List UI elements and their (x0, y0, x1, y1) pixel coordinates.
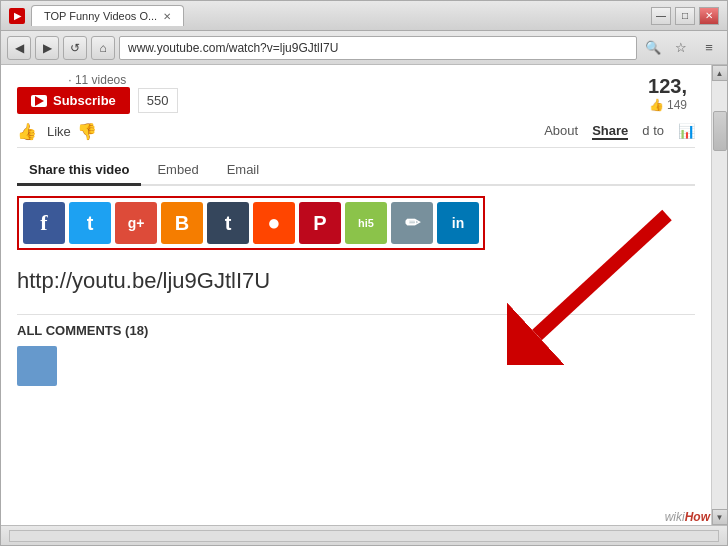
page-content: · 11 videos Subscribe 550 123, 👍 149 (1, 65, 727, 525)
navigation-bar: ◀ ▶ ↺ ⌂ www.youtube.com/watch?v=lju9GJtl… (1, 31, 727, 65)
title-bar: ▶ TOP Funny Videos O... ✕ — □ ✕ (1, 1, 727, 31)
scroll-up-button[interactable]: ▲ (712, 65, 728, 81)
subscribe-area: Subscribe 550 (17, 87, 178, 114)
action-links: About Share d to 📊 (544, 123, 695, 140)
star-icon[interactable]: ☆ (669, 36, 693, 60)
wikihow-watermark: wikiHow (665, 510, 710, 524)
edit-icon[interactable]: ✏ (391, 202, 433, 244)
subscribe-button[interactable]: Subscribe (17, 87, 130, 114)
scroll-track-vertical[interactable] (712, 81, 728, 509)
social-icons-row: f t g+ B t ● P hi5 ✏ in (17, 196, 485, 250)
share-link[interactable]: Share (592, 123, 628, 140)
back-button[interactable]: ◀ (7, 36, 31, 60)
status-bar (1, 525, 727, 545)
close-button[interactable]: ✕ (699, 7, 719, 25)
view-count: 123, (648, 75, 687, 98)
email-tab[interactable]: Email (215, 156, 272, 184)
youtube-icon (31, 95, 47, 107)
progress-bar (9, 530, 719, 542)
share-this-video-tab[interactable]: Share this video (17, 156, 141, 186)
comments-section: ALL COMMENTS (18) (17, 314, 695, 390)
address-bar[interactable]: www.youtube.com/watch?v=lju9GJtlI7U (119, 36, 637, 60)
google-plus-icon[interactable]: g+ (115, 202, 157, 244)
blogger-icon[interactable]: B (161, 202, 203, 244)
nav-right-icons: 🔍 ☆ ≡ (641, 36, 721, 60)
tab-close-button[interactable]: ✕ (163, 11, 171, 22)
comment-avatar (17, 346, 695, 390)
subscribe-label: Subscribe (53, 93, 116, 108)
tab-label: TOP Funny Videos O... (44, 10, 157, 22)
vertical-scrollbar[interactable]: ▲ ▼ (711, 65, 727, 525)
search-icon[interactable]: 🔍 (641, 36, 665, 60)
add-to-link[interactable]: d to (642, 123, 664, 140)
forward-button[interactable]: ▶ (35, 36, 59, 60)
about-link[interactable]: About (544, 123, 578, 140)
main-content: · 11 videos Subscribe 550 123, 👍 149 (1, 65, 711, 525)
reddit-icon[interactable]: ● (253, 202, 295, 244)
browser-tab[interactable]: TOP Funny Videos O... ✕ (31, 5, 184, 26)
share-tabs: Share this video Embed Email (17, 156, 695, 186)
thumb-down-icon[interactable]: 👎 (77, 122, 97, 141)
home-button[interactable]: ⌂ (91, 36, 115, 60)
refresh-button[interactable]: ↺ (63, 36, 87, 60)
url-text: www.youtube.com/watch?v=lju9GJtlI7U (128, 41, 338, 55)
menu-icon[interactable]: ≡ (697, 36, 721, 60)
browser-window: ▶ TOP Funny Videos O... ✕ — □ ✕ ◀ ▶ ↺ ⌂ … (0, 0, 728, 546)
window-controls: — □ ✕ (651, 7, 719, 25)
youtube-page: · 11 videos Subscribe 550 123, 👍 149 (1, 65, 711, 525)
embed-tab[interactable]: Embed (145, 156, 210, 184)
how-text: How (685, 510, 710, 524)
facebook-icon[interactable]: f (23, 202, 65, 244)
minimize-button[interactable]: — (651, 7, 671, 25)
linkedin-icon[interactable]: in (437, 202, 479, 244)
video-count: · 11 videos (68, 73, 126, 87)
twitter-icon[interactable]: t (69, 202, 111, 244)
comments-header: ALL COMMENTS (18) (17, 323, 695, 338)
tumblr-icon[interactable]: t (207, 202, 249, 244)
like-count: 👍 149 (648, 98, 687, 112)
scroll-down-button[interactable]: ▼ (712, 509, 728, 525)
subscriber-count: 550 (138, 88, 178, 113)
pinterest-icon[interactable]: P (299, 202, 341, 244)
scroll-thumb-vertical[interactable] (713, 111, 727, 151)
share-url: http://youtu.be/lju9GJtlI7U (17, 262, 695, 300)
like-label: Like (47, 124, 71, 139)
maximize-button[interactable]: □ (675, 7, 695, 25)
youtube-favicon: ▶ (9, 8, 25, 24)
action-bar: 👍 Like 👎 About Share d to 📊 (17, 122, 695, 148)
thumb-up-icon[interactable]: 👍 (17, 122, 37, 141)
action-icons: 👍 Like 👎 (17, 122, 97, 141)
wiki-text: wiki (665, 510, 685, 524)
play-icon: ▶ (14, 11, 21, 21)
stats-icon: 📊 (678, 123, 695, 140)
hi5-icon[interactable]: hi5 (345, 202, 387, 244)
top-section: · 11 videos Subscribe 550 123, 👍 149 (17, 73, 695, 114)
